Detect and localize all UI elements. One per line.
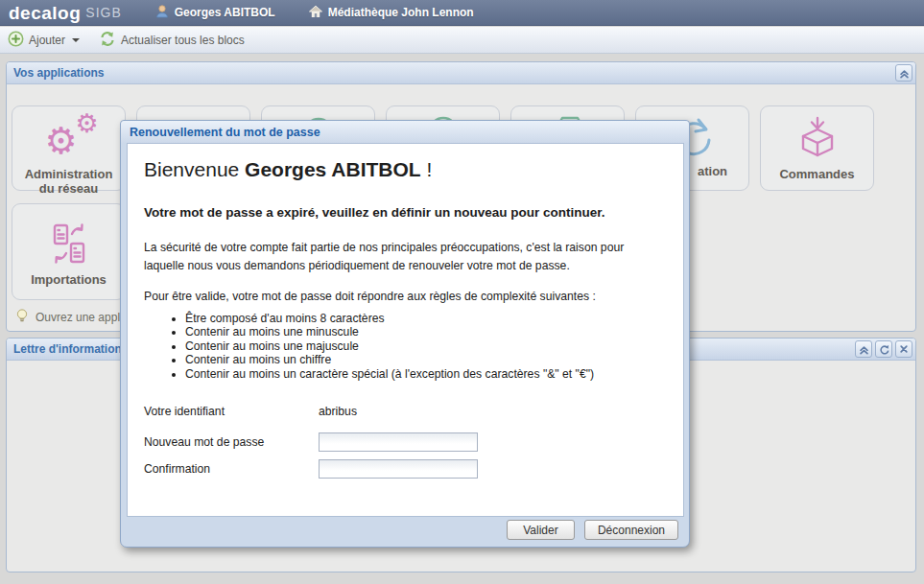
home-icon: [308, 4, 323, 21]
refresh-all-label: Actualiser tous les blocs: [121, 34, 245, 47]
add-label: Ajouter: [29, 34, 65, 47]
collapse-button[interactable]: [855, 340, 872, 358]
app-tile-label: Importations: [27, 273, 110, 288]
refresh-block-button[interactable]: [875, 340, 892, 358]
app-tile-label: ation: [694, 165, 731, 179]
app-logo-suffix: SIGB: [85, 5, 121, 20]
apps-panel-title: Vos applications: [13, 66, 104, 80]
refresh-all-button[interactable]: Actualiser tous les blocs: [99, 31, 245, 50]
user-icon: [154, 4, 170, 22]
add-block-button[interactable]: Ajouter: [8, 31, 80, 50]
lightbulb-icon: [14, 308, 30, 326]
user-name: Georges ABITBOL: [175, 6, 275, 19]
add-icon: [8, 31, 24, 50]
app-tile-importations[interactable]: Importations: [12, 203, 126, 300]
password-rule: Contenir au moins une majuscule: [185, 339, 667, 354]
password-form: Votre identifiant abribus Nouveau mot de…: [144, 405, 667, 479]
current-library[interactable]: Médiathèque John Lennon: [308, 4, 474, 21]
identifier-label: Votre identifiant: [144, 405, 319, 418]
collapse-button[interactable]: [895, 64, 912, 82]
refresh-icon: [99, 31, 116, 50]
app-logo: decalog: [9, 0, 81, 26]
password-rule: Contenir au moins une minuscule: [185, 325, 667, 339]
app-tile-commandes[interactable]: Commandes: [760, 105, 874, 191]
rules-intro: Pour être valide, votre mot de passe doi…: [144, 290, 667, 303]
welcome-user-name: Georges ABITBOL: [245, 158, 421, 180]
chevron-down-icon: [72, 38, 80, 42]
dialog-title: Renouvellement du mot de passe: [121, 121, 689, 143]
password-renewal-dialog: Renouvellement du mot de passe Bienvenue…: [120, 120, 690, 548]
apps-panel-header: Vos applications: [7, 62, 915, 84]
password-rules-list: Être composé d'au moins 8 caractères Con…: [144, 312, 667, 382]
password-rule: Contenir au moins un caractère spécial (…: [185, 367, 667, 382]
validate-button[interactable]: Valider: [507, 520, 575, 540]
password-rule: Contenir au moins un chiffre: [185, 353, 667, 367]
gears-icon: ⚙⚙: [31, 112, 107, 168]
library-name: Médiathèque John Lennon: [328, 6, 474, 19]
open-app-hint-text: Ouvrez une applic: [36, 311, 129, 324]
app-tile-administration-reseau[interactable]: ⚙⚙ Administration du réseau: [12, 105, 126, 191]
app-tile-label: Commandes: [775, 168, 858, 182]
expired-notice: Votre mot de passe a expiré, veuillez en…: [144, 205, 667, 220]
close-icon[interactable]: [895, 340, 912, 358]
identifier-value: abribus: [319, 405, 357, 418]
dialog-footer: Valider Déconnexion: [507, 520, 678, 540]
new-password-label: Nouveau mot de passe: [144, 435, 319, 449]
current-user[interactable]: Georges ABITBOL: [154, 4, 275, 22]
dialog-body: Bienvenue Georges ABITBOL ! Votre mot de…: [127, 143, 684, 517]
welcome-heading: Bienvenue Georges ABITBOL !: [144, 158, 667, 181]
toolbar: Ajouter Actualiser tous les blocs: [0, 27, 924, 54]
transfer-icon: [47, 210, 91, 273]
password-rule: Être composé d'au moins 8 caractères: [185, 312, 667, 326]
confirmation-label: Confirmation: [144, 462, 319, 476]
topbar: decalog SIGB Georges ABITBOL Médiathèque…: [0, 0, 924, 26]
logout-button[interactable]: Déconnexion: [584, 520, 678, 540]
app-tile-label: Administration du réseau: [12, 168, 125, 197]
newsletter-panel-title: Lettre d'information: [13, 342, 122, 356]
open-app-hint: Ouvrez une applic: [14, 308, 129, 326]
welcome-prefix: Bienvenue: [144, 158, 245, 180]
confirmation-input[interactable]: [319, 459, 478, 479]
security-text: La sécurité de votre compte fait partie …: [144, 239, 667, 275]
new-password-input[interactable]: [319, 432, 478, 452]
welcome-suffix: !: [421, 158, 433, 180]
package-icon: [795, 112, 840, 168]
